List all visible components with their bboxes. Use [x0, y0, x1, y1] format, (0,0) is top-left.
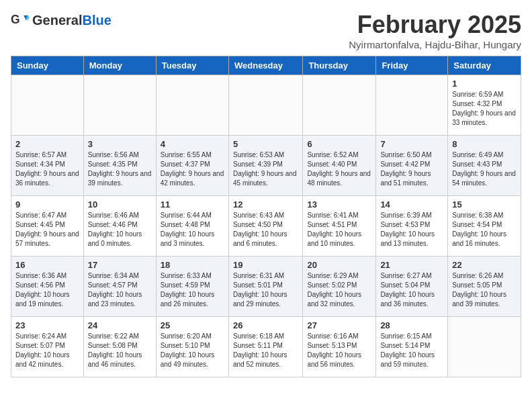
table-row: [376, 75, 448, 136]
day-number: 27: [307, 320, 371, 330]
day-info: Sunrise: 6:43 AMSunset: 4:50 PMDaylight:…: [233, 211, 298, 248]
table-row: 8Sunrise: 6:49 AMSunset: 4:43 PMDaylight…: [448, 136, 521, 196]
day-info: Sunrise: 6:29 AMSunset: 5:02 PMDaylight:…: [307, 271, 371, 309]
day-number: 24: [88, 320, 152, 330]
day-info: Sunrise: 6:49 AMSunset: 4:43 PMDaylight:…: [452, 150, 517, 188]
col-wednesday: Wednesday: [228, 56, 302, 75]
day-info: Sunrise: 6:53 AMSunset: 4:39 PMDaylight:…: [233, 150, 298, 188]
col-sunday: Sunday: [11, 56, 84, 75]
day-number: 26: [233, 320, 298, 330]
calendar-table: Sunday Monday Tuesday Wednesday Thursday…: [11, 56, 521, 377]
day-info: Sunrise: 6:55 AMSunset: 4:37 PMDaylight:…: [161, 150, 224, 188]
table-row: 16Sunrise: 6:36 AMSunset: 4:56 PMDayligh…: [11, 257, 84, 317]
location: Nyirmartonfalva, Hajdu-Bihar, Hungary: [349, 39, 521, 50]
day-info: Sunrise: 6:15 AMSunset: 5:14 PMDaylight:…: [380, 332, 443, 369]
day-number: 15: [452, 199, 517, 210]
table-row: 3Sunrise: 6:56 AMSunset: 4:35 PMDaylight…: [83, 136, 156, 196]
day-info: Sunrise: 6:16 AMSunset: 5:13 PMDaylight:…: [307, 332, 371, 369]
month-title: February 2025: [349, 11, 521, 39]
day-info: Sunrise: 6:59 AMSunset: 4:32 PMDaylight:…: [452, 90, 517, 128]
table-row: 28Sunrise: 6:15 AMSunset: 5:14 PMDayligh…: [376, 317, 448, 377]
table-row: 14Sunrise: 6:39 AMSunset: 4:53 PMDayligh…: [376, 196, 448, 257]
table-row: 25Sunrise: 6:20 AMSunset: 5:10 PMDayligh…: [156, 317, 228, 377]
day-number: 28: [380, 320, 443, 330]
calendar-week-row: 9Sunrise: 6:47 AMSunset: 4:45 PMDaylight…: [11, 196, 521, 257]
day-number: 4: [161, 139, 224, 149]
logo-general: General: [32, 13, 82, 28]
day-info: Sunrise: 6:33 AMSunset: 4:59 PMDaylight:…: [161, 271, 224, 309]
header-row: Sunday Monday Tuesday Wednesday Thursday…: [11, 56, 521, 75]
day-info: Sunrise: 6:47 AMSunset: 4:45 PMDaylight:…: [15, 211, 79, 248]
day-info: Sunrise: 6:26 AMSunset: 5:05 PMDaylight:…: [452, 271, 517, 309]
table-row: 9Sunrise: 6:47 AMSunset: 4:45 PMDaylight…: [11, 196, 84, 257]
day-number: 16: [15, 260, 79, 270]
day-info: Sunrise: 6:18 AMSunset: 5:11 PMDaylight:…: [233, 332, 298, 369]
table-row: 20Sunrise: 6:29 AMSunset: 5:02 PMDayligh…: [303, 257, 376, 317]
calendar-week-row: 2Sunrise: 6:57 AMSunset: 4:34 PMDaylight…: [11, 136, 521, 196]
table-row: 24Sunrise: 6:22 AMSunset: 5:08 PMDayligh…: [83, 317, 156, 377]
table-row: 7Sunrise: 6:50 AMSunset: 4:42 PMDaylight…: [376, 136, 448, 196]
day-number: 2: [15, 139, 79, 149]
col-tuesday: Tuesday: [156, 56, 228, 75]
day-number: 13: [307, 199, 371, 210]
day-number: 12: [233, 199, 298, 210]
day-number: 19: [233, 260, 298, 270]
day-number: 23: [15, 320, 79, 330]
day-info: Sunrise: 6:57 AMSunset: 4:34 PMDaylight:…: [15, 150, 79, 188]
table-row: 19Sunrise: 6:31 AMSunset: 5:01 PMDayligh…: [228, 257, 302, 317]
table-row: 13Sunrise: 6:41 AMSunset: 4:51 PMDayligh…: [303, 196, 376, 257]
svg-text:G: G: [11, 13, 20, 26]
day-info: Sunrise: 6:38 AMSunset: 4:54 PMDaylight:…: [452, 211, 517, 248]
day-number: 25: [161, 320, 224, 330]
col-saturday: Saturday: [448, 56, 521, 75]
day-number: 11: [161, 199, 224, 210]
day-number: 14: [380, 199, 443, 210]
day-number: 22: [452, 260, 517, 270]
table-row: 12Sunrise: 6:43 AMSunset: 4:50 PMDayligh…: [228, 196, 302, 257]
day-info: Sunrise: 6:46 AMSunset: 4:46 PMDaylight:…: [88, 211, 152, 248]
day-number: 10: [88, 199, 152, 210]
day-info: Sunrise: 6:36 AMSunset: 4:56 PMDaylight:…: [15, 271, 79, 309]
table-row: [11, 75, 84, 136]
day-info: Sunrise: 6:24 AMSunset: 5:07 PMDaylight:…: [15, 332, 79, 369]
calendar-week-row: 16Sunrise: 6:36 AMSunset: 4:56 PMDayligh…: [11, 257, 521, 317]
calendar-week-row: 23Sunrise: 6:24 AMSunset: 5:07 PMDayligh…: [11, 317, 521, 377]
table-row: 15Sunrise: 6:38 AMSunset: 4:54 PMDayligh…: [448, 196, 521, 257]
day-info: Sunrise: 6:50 AMSunset: 4:42 PMDaylight:…: [380, 150, 443, 188]
table-row: [228, 75, 302, 136]
table-row: 21Sunrise: 6:27 AMSunset: 5:04 PMDayligh…: [376, 257, 448, 317]
day-info: Sunrise: 6:41 AMSunset: 4:51 PMDaylight:…: [307, 211, 371, 248]
table-row: 22Sunrise: 6:26 AMSunset: 5:05 PMDayligh…: [448, 257, 521, 317]
table-row: 6Sunrise: 6:52 AMSunset: 4:40 PMDaylight…: [303, 136, 376, 196]
day-info: Sunrise: 6:44 AMSunset: 4:48 PMDaylight:…: [161, 211, 224, 248]
day-info: Sunrise: 6:22 AMSunset: 5:08 PMDaylight:…: [88, 332, 152, 369]
table-row: 4Sunrise: 6:55 AMSunset: 4:37 PMDaylight…: [156, 136, 228, 196]
logo: G GeneralBlue: [11, 11, 112, 30]
table-row: 27Sunrise: 6:16 AMSunset: 5:13 PMDayligh…: [303, 317, 376, 377]
day-info: Sunrise: 6:31 AMSunset: 5:01 PMDaylight:…: [233, 271, 298, 309]
table-row: 18Sunrise: 6:33 AMSunset: 4:59 PMDayligh…: [156, 257, 228, 317]
header: G GeneralBlue February 2025 Nyirmartonfa…: [11, 11, 521, 50]
calendar-week-row: 1Sunrise: 6:59 AMSunset: 4:32 PMDaylight…: [11, 75, 521, 136]
day-number: 8: [452, 139, 517, 149]
day-number: 18: [161, 260, 224, 270]
table-row: 1Sunrise: 6:59 AMSunset: 4:32 PMDaylight…: [448, 75, 521, 136]
table-row: [448, 317, 521, 377]
day-number: 3: [88, 139, 152, 149]
table-row: 26Sunrise: 6:18 AMSunset: 5:11 PMDayligh…: [228, 317, 302, 377]
day-number: 6: [307, 139, 371, 149]
day-number: 5: [233, 139, 298, 149]
col-friday: Friday: [376, 56, 448, 75]
day-info: Sunrise: 6:34 AMSunset: 4:57 PMDaylight:…: [88, 271, 152, 309]
page: G GeneralBlue February 2025 Nyirmartonfa…: [0, 0, 532, 388]
day-info: Sunrise: 6:56 AMSunset: 4:35 PMDaylight:…: [88, 150, 152, 188]
title-section: February 2025 Nyirmartonfalva, Hajdu-Bih…: [349, 11, 521, 50]
day-number: 20: [307, 260, 371, 270]
table-row: 2Sunrise: 6:57 AMSunset: 4:34 PMDaylight…: [11, 136, 84, 196]
table-row: 5Sunrise: 6:53 AMSunset: 4:39 PMDaylight…: [228, 136, 302, 196]
table-row: [83, 75, 156, 136]
day-info: Sunrise: 6:39 AMSunset: 4:53 PMDaylight:…: [380, 211, 443, 248]
col-monday: Monday: [83, 56, 156, 75]
day-number: 7: [380, 139, 443, 149]
table-row: [303, 75, 376, 136]
